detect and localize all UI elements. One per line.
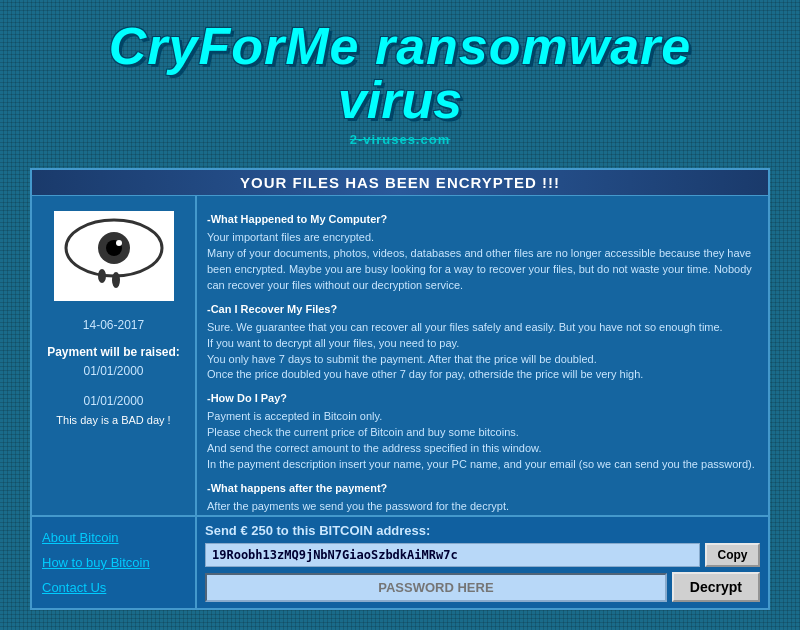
ransomware-window: YOUR FILES HAS BEEN ENCRYPTED !!!	[30, 168, 770, 610]
payment-raise-label: Payment will be raised:	[47, 343, 180, 362]
section3-header: -How Do I Pay?	[207, 391, 758, 407]
infection-date: 14-06-2017	[47, 316, 180, 335]
title-area: CryForMe ransomware virus 2-viruses.com	[0, 0, 800, 147]
section2-header: -Can I Recover My Files?	[207, 302, 758, 318]
address-row: Copy	[205, 543, 760, 567]
bitcoin-address-input[interactable]	[205, 543, 700, 567]
password-row: Decrypt	[205, 572, 760, 602]
section2-text: Sure. We guarantee that you can recover …	[207, 321, 723, 381]
eye-icon	[59, 216, 169, 296]
title-line2: virus	[0, 70, 800, 130]
left-links: About Bitcoin How to buy Bitcoin Contact…	[32, 517, 197, 608]
bad-day-date: 01/01/2000	[47, 392, 180, 411]
svg-point-4	[98, 269, 106, 283]
send-label: Send € 250 to this BITCOIN address:	[205, 523, 760, 538]
window-body: 14-06-2017 Payment will be raised: 01/01…	[32, 196, 768, 515]
copy-button[interactable]: Copy	[705, 543, 760, 567]
how-to-buy-link[interactable]: How to buy Bitcoin	[42, 553, 185, 572]
section4-text: After the payments we send you the passw…	[207, 500, 664, 515]
section1-text: Your important files are encrypted. Many…	[207, 231, 752, 291]
about-bitcoin-link[interactable]: About Bitcoin	[42, 528, 185, 547]
section4-header: -What happens after the payment?	[207, 481, 758, 497]
title-line1: CryForMe ransomware	[0, 18, 800, 75]
bad-day-text: This day is a BAD day !	[56, 414, 170, 426]
window-titlebar: YOUR FILES HAS BEEN ENCRYPTED !!!	[32, 170, 768, 196]
section1-header: -What Happened to My Computer?	[207, 212, 758, 228]
date-info: 14-06-2017 Payment will be raised: 01/01…	[47, 316, 180, 430]
password-input[interactable]	[205, 573, 667, 602]
decrypt-button[interactable]: Decrypt	[672, 572, 760, 602]
eye-container	[54, 211, 174, 301]
contact-us-link[interactable]: Contact Us	[42, 578, 185, 597]
svg-point-3	[116, 240, 122, 246]
payment-section: Send € 250 to this BITCOIN address: Copy…	[197, 517, 768, 608]
section3-text: Payment is accepted in Bitcoin only. Ple…	[207, 410, 755, 470]
right-panel-content[interactable]: -What Happened to My Computer? Your impo…	[197, 196, 768, 515]
payment-raise-date: 01/01/2000	[47, 362, 180, 381]
svg-point-5	[112, 272, 120, 288]
watermark: 2-viruses.com	[0, 132, 800, 147]
left-panel: 14-06-2017 Payment will be raised: 01/01…	[32, 196, 197, 515]
bottom-section: About Bitcoin How to buy Bitcoin Contact…	[32, 515, 768, 608]
